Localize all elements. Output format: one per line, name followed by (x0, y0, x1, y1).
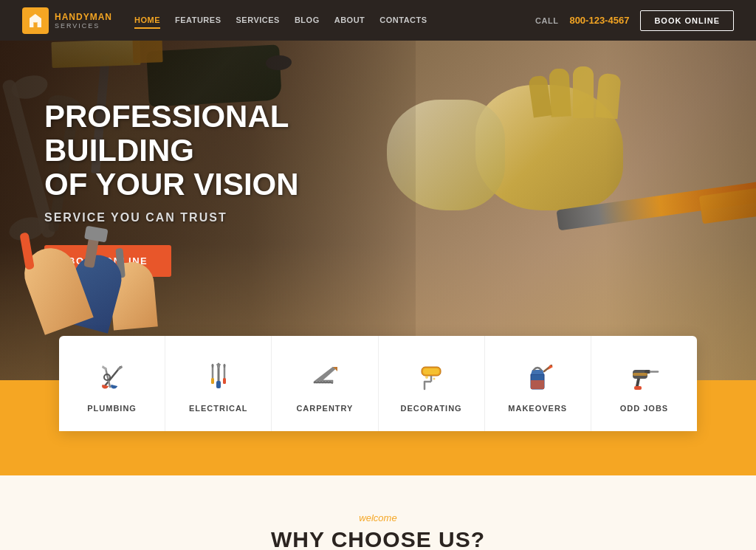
why-welcome: welcome (44, 512, 712, 523)
nav-home[interactable]: HOME (134, 13, 160, 29)
services-section: PLUMBING ELECT (0, 380, 756, 475)
electrical-label: ELECTRICAL (189, 404, 248, 413)
electrical-icon (200, 358, 237, 395)
carpentry-icon (306, 358, 343, 395)
logo-tagline: SERVICES (55, 22, 112, 30)
why-section: welcome WHY CHOOSE US? (0, 475, 756, 550)
navbar: HANDYMAN SERVICES HOME FEATURES SERVICES… (0, 0, 756, 41)
svg-rect-11 (423, 368, 439, 374)
nav-blog[interactable]: BLOG (295, 13, 320, 29)
carpentry-label: CARPENTRY (296, 404, 353, 413)
odd-jobs-label: ODD JOBS (620, 404, 668, 413)
why-title: WHY CHOOSE US? (44, 527, 712, 550)
svg-rect-22 (634, 386, 642, 390)
svg-rect-9 (211, 378, 214, 384)
nav-links: HOME FEATURES SERVICES BLOG ABOUT CONTAC… (134, 13, 427, 29)
odd-jobs-icon (625, 358, 662, 395)
nav-features[interactable]: FEATURES (175, 13, 221, 29)
nav-contacts[interactable]: CONTACTS (379, 13, 427, 29)
service-makeovers[interactable]: MAKEOVERS (485, 336, 591, 431)
hero-section: PROFESSIONAL BUILDING OF YOUR VISION SER… (0, 41, 756, 380)
nav-about[interactable]: ABOUT (334, 13, 365, 29)
nav-services[interactable]: SERVICES (236, 13, 279, 29)
svg-rect-5 (216, 381, 221, 388)
makeovers-icon (519, 358, 556, 395)
svg-rect-7 (223, 378, 226, 384)
service-carpentry[interactable]: CARPENTRY (272, 336, 378, 431)
phone-number[interactable]: 800-123-4567 (569, 15, 629, 26)
logo-text: HANDYMAN SERVICES (55, 12, 112, 30)
logo: HANDYMAN SERVICES (22, 7, 112, 34)
service-electrical[interactable]: ELECTRICAL (165, 336, 272, 431)
svg-rect-17 (531, 380, 544, 389)
book-online-nav-button[interactable]: BOOK ONLINE (640, 10, 734, 31)
plumbing-icon (94, 358, 131, 395)
navbar-right: CALL 800-123-4567 BOOK ONLINE (535, 10, 734, 31)
service-odd-jobs[interactable]: ODD JOBS (591, 336, 697, 431)
services-strip: PLUMBING ELECT (59, 336, 697, 431)
hands-illustration (30, 247, 155, 329)
svg-rect-0 (33, 22, 38, 27)
svg-point-16 (433, 378, 436, 380)
service-plumbing[interactable]: PLUMBING (59, 336, 165, 431)
service-decorating[interactable]: DECORATING (379, 336, 485, 431)
plumbing-label: PLUMBING (87, 404, 137, 413)
call-label: CALL (535, 16, 558, 25)
logo-name: HANDYMAN (55, 12, 112, 22)
decorating-icon (413, 358, 450, 395)
decorating-label: DECORATING (401, 404, 462, 413)
svg-rect-23 (633, 373, 647, 376)
navbar-left: HANDYMAN SERVICES HOME FEATURES SERVICES… (22, 7, 427, 34)
hero-title: PROFESSIONAL BUILDING OF YOUR VISION (44, 100, 384, 202)
hero-subtitle: SERVICE YOU CAN TRUST (44, 211, 384, 224)
logo-icon (22, 7, 49, 34)
svg-point-15 (425, 376, 428, 379)
makeovers-label: MAKEOVERS (508, 404, 567, 413)
